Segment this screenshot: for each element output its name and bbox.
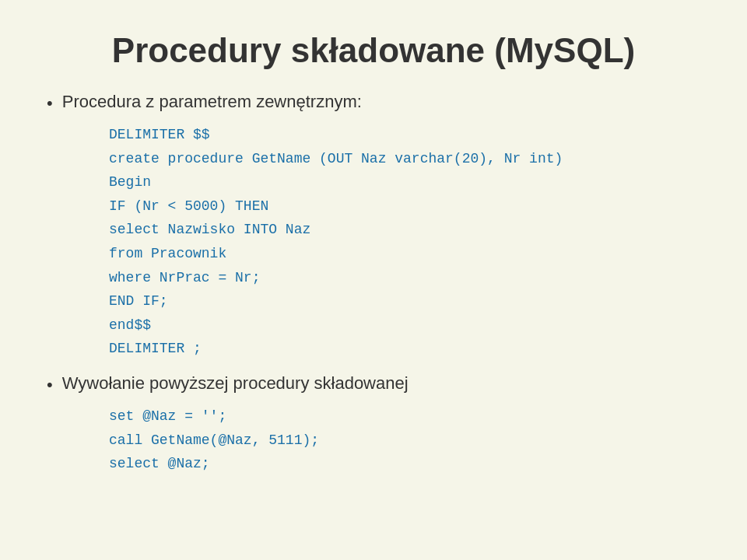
code-line-1-8: end$$	[109, 313, 700, 338]
bullet-item-1: • Procedura z parametrem zewnętrznym:	[47, 92, 700, 114]
bullet-dot-1: •	[47, 93, 53, 114]
bullet-text-2: Wywołanie powyższej procedury składowane…	[62, 373, 409, 394]
code-block-1: DELIMITER $$ create procedure GetName (O…	[109, 123, 700, 361]
code-line-1-0: DELIMITER $$	[109, 123, 700, 147]
code-line-1-3: IF (Nr < 5000) THEN	[109, 194, 700, 219]
section-1: • Procedura z parametrem zewnętrznym: DE…	[47, 92, 700, 361]
code-line-1-4: select Nazwisko INTO Naz	[109, 218, 700, 242]
code-line-1-7: END IF;	[109, 289, 700, 313]
page: Procedury składowane (MySQL) • Procedura…	[0, 0, 747, 560]
code-line-1-6: where NrPrac = Nr;	[109, 266, 700, 290]
code-line-1-9: DELIMITER ;	[109, 337, 700, 361]
code-line-2-1: call GetName(@Naz, 5111);	[109, 429, 700, 453]
code-line-1-1: create procedure GetName (OUT Naz varcha…	[109, 147, 700, 171]
page-title: Procedury składowane (MySQL)	[47, 31, 700, 70]
code-block-2: set @Naz = ''; call GetName(@Naz, 5111);…	[109, 404, 700, 476]
section-2: • Wywołanie powyższej procedury składowa…	[47, 373, 700, 476]
bullet-item-2: • Wywołanie powyższej procedury składowa…	[47, 373, 700, 395]
code-line-2-2: select @Naz;	[109, 452, 700, 476]
code-line-1-5: from Pracownik	[109, 242, 700, 266]
code-line-2-0: set @Naz = '';	[109, 404, 700, 429]
code-line-1-2: Begin	[109, 170, 700, 194]
bullet-text-1: Procedura z parametrem zewnętrznym:	[62, 92, 362, 112]
bullet-dot-2: •	[47, 375, 53, 395]
